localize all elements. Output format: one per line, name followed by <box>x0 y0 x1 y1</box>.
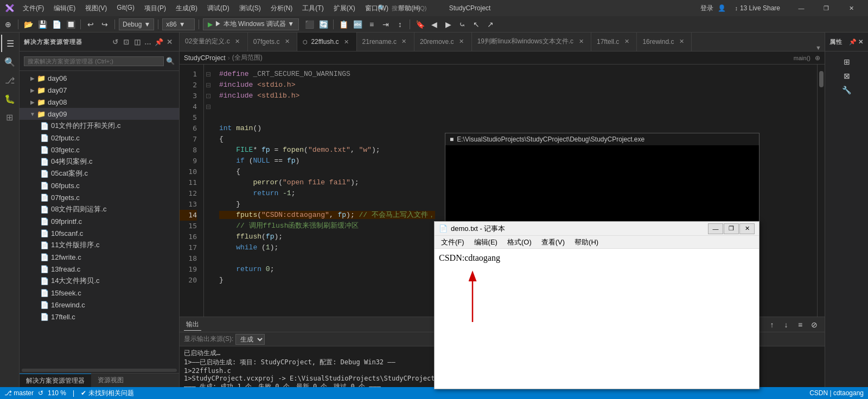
output-wrap[interactable]: ≡ <box>794 319 806 331</box>
np-menu-help[interactable]: 帮助(H) <box>570 236 603 248</box>
tree-item-file15[interactable]: 📄 16rewind.c <box>20 299 179 311</box>
properties-pin[interactable]: 📌 <box>849 38 857 46</box>
menu-analyze[interactable]: 分析(N) <box>266 3 297 14</box>
tab-close-4[interactable]: ✕ <box>457 37 466 46</box>
activity-debug[interactable]: 🐛 <box>1 90 18 107</box>
tree-item-file1[interactable]: 📄 02fputc.c <box>20 132 179 144</box>
tree-item-file2[interactable]: 📄 03fgetc.c <box>20 144 179 156</box>
tab-overflow-btn[interactable]: ▼ <box>812 44 825 51</box>
login-button[interactable]: 登录 <box>700 4 713 13</box>
tb-extra4[interactable]: ⇥ <box>380 18 392 30</box>
np-minimize[interactable]: — <box>708 223 723 234</box>
tab-5[interactable]: 19判断linux和windows文本文件.c ✕ <box>472 33 591 51</box>
tree-item-file3[interactable]: 📄 04拷贝案例.c <box>20 156 179 168</box>
tb-nav5[interactable]: ↗ <box>484 18 496 30</box>
sidebar-settings-btn[interactable]: … <box>143 37 153 47</box>
tb-nav1[interactable]: ◀ <box>428 18 440 30</box>
tab-7[interactable]: 16rewind.c ✕ <box>637 33 692 51</box>
scrollbar-thumb[interactable] <box>819 71 824 87</box>
tree-item-file13[interactable]: 📄 14大文件拷贝.c <box>20 275 179 287</box>
output-source-select[interactable]: 生成 <box>235 334 265 345</box>
tab-6[interactable]: 17ftell.c ✕ <box>591 33 637 51</box>
sidebar-close-btn[interactable]: ✕ <box>165 37 175 47</box>
restore-button[interactable]: ❐ <box>814 0 839 16</box>
platform-dropdown[interactable]: x86 ▼ <box>162 18 195 30</box>
tab-close-7[interactable]: ✕ <box>677 37 686 46</box>
tab-close-6[interactable]: ✕ <box>622 37 631 46</box>
live-share-button[interactable]: ↕ 13 Live Share <box>730 3 784 13</box>
bc-project[interactable]: StudyCProject <box>184 54 226 62</box>
tb-nav2[interactable]: ▶ <box>442 18 454 30</box>
menu-debug[interactable]: 调试(D) <box>203 3 234 14</box>
tree-item-file6[interactable]: 📄 07fgets.c <box>20 191 179 203</box>
sidebar-pin-btn[interactable]: 📌 <box>154 37 164 47</box>
open-btn[interactable]: 📂 <box>22 18 34 30</box>
bc-func[interactable]: main() <box>794 55 810 61</box>
stop-btn[interactable]: ⬛ <box>303 18 315 30</box>
np-close[interactable]: ✕ <box>739 223 755 234</box>
tree-item-file10[interactable]: 📄 11文件版排序.c <box>20 239 179 251</box>
status-branch[interactable]: ⎇ master <box>4 389 34 397</box>
tb-extra3[interactable]: ≡ <box>366 18 378 30</box>
bookmark-btn[interactable]: 🔖 <box>414 18 426 30</box>
save-all-btn[interactable]: 📄 <box>50 18 62 30</box>
tab-close-0[interactable]: ✕ <box>233 37 242 46</box>
tree-item-file16[interactable]: 📄 17ftell.c <box>20 311 179 323</box>
bc-scope[interactable]: (全局范围) <box>232 53 263 62</box>
tree-item-file8[interactable]: 📄 09fprintf.c <box>20 215 179 227</box>
tb-btn1[interactable]: 🔲 <box>65 18 76 30</box>
editor-scrollbar[interactable] <box>817 65 825 317</box>
sidebar-search-input[interactable] <box>24 56 164 66</box>
new-project-btn[interactable]: ⊕ <box>2 18 14 30</box>
sidebar-collapse-btn[interactable]: ◫ <box>132 37 142 47</box>
np-menu-view[interactable]: 查看(V) <box>537 236 569 248</box>
tb-nav4[interactable]: ↖ <box>470 18 482 30</box>
sidebar-sync-btn[interactable]: ↺ <box>111 37 120 47</box>
output-clear[interactable]: ⊘ <box>808 319 820 331</box>
output-scroll-down[interactable]: ↓ <box>780 319 792 331</box>
menu-extensions[interactable]: 扩展(X) <box>329 3 360 14</box>
tree-item-file9[interactable]: 📄 10fscanf.c <box>20 227 179 239</box>
tree-item-day09[interactable]: ▼ 📁 day09 <box>20 108 179 120</box>
tree-item-day07[interactable]: ▶ 📁 day07 <box>20 84 179 96</box>
tb-nav3[interactable]: ⤿ <box>456 18 468 30</box>
menu-tools[interactable]: 工具(T) <box>298 3 328 14</box>
activity-search[interactable]: 🔍 <box>1 53 18 70</box>
menu-project[interactable]: 项目(P) <box>140 3 170 14</box>
activity-explorer[interactable]: ☰ <box>1 35 18 52</box>
run-button[interactable]: ▶ ▶ 本地 Windows 调试器 ▼ <box>203 18 299 30</box>
prop-btn1[interactable]: ⊞ <box>841 56 853 68</box>
status-zoom[interactable]: 110 % <box>48 389 66 397</box>
sidebar-scrollbar[interactable] <box>22 369 177 372</box>
restart-btn[interactable]: 🔄 <box>317 18 329 30</box>
tab-2[interactable]: ⬡ 22fflush.c ✕ <box>297 33 356 51</box>
tree-item-day08[interactable]: ▶ 📁 day08 <box>20 96 179 108</box>
tree-item-file0[interactable]: 📄 01文件的打开和关闭.c <box>20 120 179 132</box>
tab-1[interactable]: 07fgets.c ✕ <box>248 33 298 51</box>
tab-close-1[interactable]: ✕ <box>283 37 291 46</box>
menu-file[interactable]: 文件(F) <box>18 3 48 14</box>
menu-view[interactable]: 视图(V) <box>81 3 111 14</box>
output-scroll-up[interactable]: ↑ <box>766 319 778 331</box>
np-menu-file[interactable]: 文件(F) <box>437 236 469 248</box>
sidebar-tab-explorer[interactable]: 解决方案资源管理器 <box>20 374 91 387</box>
sidebar-search-icon[interactable]: 🔍 <box>166 57 175 65</box>
properties-close[interactable]: ✕ <box>858 38 864 46</box>
menu-git[interactable]: Git(G) <box>112 3 139 14</box>
tab-0[interactable]: 02变量的定义.c ✕ <box>180 33 248 51</box>
tree-item-file12[interactable]: 📄 13fread.c <box>20 263 179 275</box>
tab-3[interactable]: 21rename.c ✕ <box>357 33 414 51</box>
tree-item-file14[interactable]: 📄 15fseek.c <box>20 287 179 299</box>
menu-test[interactable]: 测试(S) <box>235 3 265 14</box>
activity-extensions[interactable]: ⊞ <box>1 108 18 126</box>
tree-item-day06[interactable]: ▶ 📁 day06 <box>20 72 179 84</box>
tb-extra1[interactable]: 📋 <box>337 18 349 30</box>
tree-item-file4[interactable]: 📄 05cat案例.c <box>20 168 179 179</box>
tb-extra2[interactable]: 🔤 <box>352 18 363 30</box>
prop-btn2[interactable]: ⊠ <box>841 70 853 82</box>
tab-close-2[interactable]: ✕ <box>342 37 351 46</box>
bc-add-btn[interactable]: ⊕ <box>815 54 820 62</box>
tab-4[interactable]: 20remove.c ✕ <box>414 33 472 51</box>
status-user[interactable]: CSDN | cdtaogang <box>809 389 864 397</box>
sidebar-tab-resource[interactable]: 资源视图 <box>91 374 130 387</box>
